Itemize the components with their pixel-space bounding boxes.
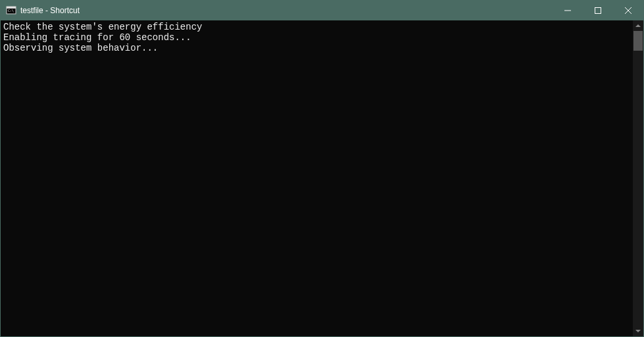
window-title: testfile - Shortcut	[20, 6, 80, 15]
scroll-down-button[interactable]	[633, 326, 643, 336]
scroll-thumb[interactable]	[633, 31, 643, 51]
svg-text:C:\: C:\	[8, 9, 14, 13]
close-button[interactable]	[613, 1, 643, 20]
chevron-down-icon	[635, 330, 641, 332]
vertical-scrollbar[interactable]	[633, 20, 643, 336]
app-window: C:\ testfile - Shortcut	[0, 0, 644, 337]
minimize-button[interactable]	[553, 1, 583, 20]
terminal-line: Check the system's energy efficiency	[3, 22, 202, 32]
maximize-button[interactable]	[583, 1, 613, 20]
window-controls	[553, 1, 643, 20]
maximize-icon	[595, 7, 601, 14]
terminal-output[interactable]: Check the system's energy efficiency Ena…	[1, 20, 633, 336]
titlebar[interactable]: C:\ testfile - Shortcut	[1, 1, 643, 20]
chevron-up-icon	[635, 24, 641, 27]
content-area: Check the system's energy efficiency Ena…	[1, 20, 643, 336]
close-icon	[625, 7, 632, 14]
app-icon: C:\	[6, 5, 16, 16]
terminal-line: Observing system behavior...	[3, 43, 158, 53]
minimize-icon	[564, 7, 571, 14]
svg-rect-4	[595, 8, 601, 14]
terminal-line: Enabling tracing for 60 seconds...	[3, 32, 191, 43]
scroll-up-button[interactable]	[633, 20, 643, 31]
